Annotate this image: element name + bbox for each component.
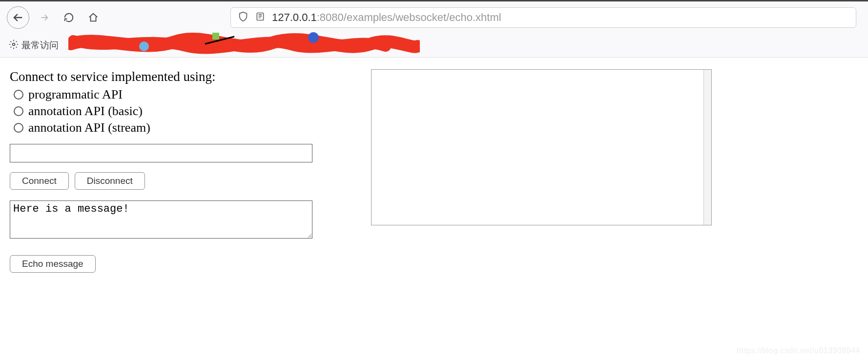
radio-programmatic[interactable] (14, 90, 23, 100)
radio-row-programmatic: programmatic API (14, 87, 322, 102)
bookmark-frequent-label: 最常访问 (21, 39, 59, 52)
gear-icon (9, 40, 19, 52)
page-info-icon[interactable] (255, 12, 265, 23)
reload-button[interactable] (60, 8, 78, 27)
url-text: 127.0.0.1:8080/examples/websocket/echo.x… (272, 11, 501, 24)
output-scrollbar[interactable] (703, 70, 711, 225)
radio-programmatic-label[interactable]: programmatic API (28, 87, 123, 102)
connect-buttons: Connect Disconnect (10, 172, 322, 190)
bookmark-frequent[interactable]: 最常访问 (9, 39, 59, 52)
form-column: Connect to service implemented using: pr… (10, 69, 322, 273)
page-content: Connect to service implemented using: pr… (0, 58, 868, 284)
home-button[interactable] (84, 8, 103, 27)
url-input[interactable] (10, 144, 312, 162)
url-host: 127.0.0.1 (272, 11, 317, 23)
output-box (371, 69, 712, 225)
redaction-scribble (68, 32, 420, 56)
svg-point-1 (13, 43, 15, 45)
url-path: :8080/examples/websocket/echo.xhtml (317, 11, 501, 23)
svg-point-4 (308, 32, 319, 43)
back-button[interactable] (7, 6, 29, 29)
radio-list: programmatic API annotation API (basic) … (14, 87, 322, 135)
forward-button[interactable] (35, 8, 54, 27)
browser-chrome: 127.0.0.1:8080/examples/websocket/echo.x… (0, 1, 868, 58)
navigation-bar: 127.0.0.1:8080/examples/websocket/echo.x… (0, 1, 868, 34)
svg-point-2 (139, 41, 149, 51)
radio-annotation-stream[interactable] (14, 123, 23, 133)
radio-annotation-basic-label[interactable]: annotation API (basic) (28, 104, 143, 119)
bookmarks-bar: 最常访问 (0, 34, 868, 57)
connect-button[interactable]: Connect (10, 172, 69, 190)
url-bar[interactable]: 127.0.0.1:8080/examples/websocket/echo.x… (230, 7, 856, 28)
echo-button[interactable]: Echo message (10, 255, 96, 273)
radio-annotation-basic[interactable] (14, 106, 23, 116)
disconnect-button[interactable]: Disconnect (75, 172, 145, 190)
radio-annotation-stream-label[interactable]: annotation API (stream) (28, 120, 150, 135)
message-textarea[interactable] (10, 200, 312, 239)
radio-row-annotation-stream: annotation API (stream) (14, 120, 322, 135)
shield-icon[interactable] (238, 11, 248, 24)
connect-heading: Connect to service implemented using: (10, 69, 322, 84)
radio-row-annotation-basic: annotation API (basic) (14, 104, 322, 119)
svg-rect-3 (212, 33, 219, 40)
